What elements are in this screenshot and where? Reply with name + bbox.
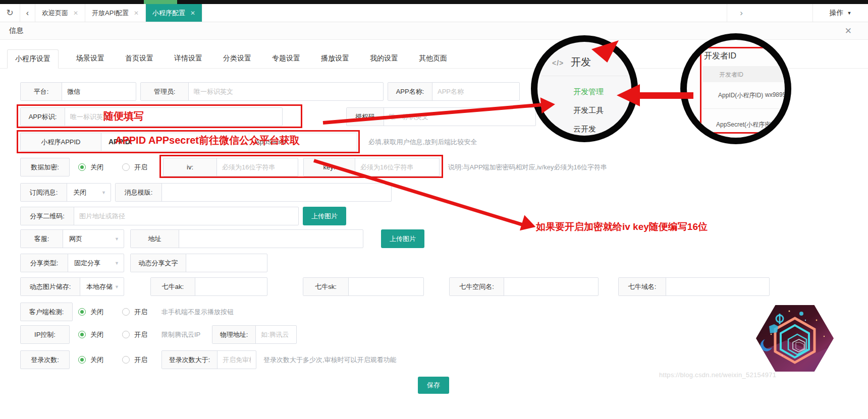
arrow-to-dev-manage bbox=[639, 92, 693, 99]
login-times-note: 登录次数大于多少次,审核时可以开启观看功能 bbox=[263, 350, 397, 369]
key-input[interactable] bbox=[355, 158, 439, 176]
iv-input[interactable] bbox=[217, 158, 298, 176]
service-field: 客服: 网页 ▼ bbox=[20, 229, 124, 248]
save-button[interactable]: 保存 bbox=[418, 377, 449, 394]
app-mark-field: APP标识: bbox=[20, 107, 283, 126]
ip-control-radio-group: 关闭 开启 bbox=[78, 325, 147, 344]
tab-category-settings[interactable]: 分类设置 bbox=[220, 49, 254, 68]
close-icon[interactable]: ✕ bbox=[190, 10, 195, 17]
radio-off-selected[interactable] bbox=[78, 308, 86, 316]
encrypt-note: 说明:与APP端加密密码相对应,iv/key必须为16位字符串 bbox=[448, 158, 607, 176]
ip-control-label: IP控制: bbox=[20, 325, 70, 344]
radio-off-selected[interactable] bbox=[78, 163, 86, 171]
qiniu-ak-input[interactable] bbox=[195, 278, 267, 295]
radio-on[interactable] bbox=[122, 163, 130, 171]
scroll-right-icon[interactable]: › bbox=[727, 4, 755, 22]
dynamic-share-field: 动态分享文字 bbox=[130, 254, 267, 272]
share-qr-input[interactable] bbox=[74, 207, 298, 225]
tab-detail-settings[interactable]: 详情设置 bbox=[171, 49, 205, 68]
service-value: 网页 bbox=[69, 234, 82, 244]
annotation-ivkey-tip: 如果要开启加密就给iv key随便编写16位 bbox=[536, 220, 708, 233]
app-mark-label: APP标识: bbox=[21, 108, 65, 126]
login-times-label: 登录次数: bbox=[20, 350, 70, 369]
tab-play-settings[interactable]: 播放设置 bbox=[318, 49, 352, 68]
panel-title: 信息 bbox=[9, 26, 23, 35]
radio-on[interactable] bbox=[122, 356, 130, 364]
qiniu-sk-input[interactable] bbox=[349, 278, 423, 295]
tab-my-settings[interactable]: 我的设置 bbox=[367, 49, 401, 68]
arrowhead-icon bbox=[540, 96, 556, 113]
watermark-url: https://blog.csdn.net/weixin_52154971 bbox=[659, 371, 776, 379]
tab-label: 欢迎页面 bbox=[42, 9, 68, 18]
menu-item-cloud-dev: 云开发 bbox=[573, 125, 596, 134]
close-icon[interactable]: ✕ bbox=[73, 10, 78, 17]
platform-field: 平台: bbox=[20, 82, 136, 101]
tab-miniprogram-config[interactable]: 小程序配置 ✕ bbox=[146, 4, 202, 22]
window-top-strip bbox=[0, 0, 868, 4]
app-mark-input[interactable] bbox=[65, 108, 282, 126]
login-gt-input[interactable] bbox=[218, 351, 256, 369]
admin-input[interactable] bbox=[189, 83, 383, 100]
service-select[interactable]: 网页 ▼ bbox=[63, 230, 124, 248]
arrowhead-icon bbox=[520, 215, 538, 235]
radio-off-selected[interactable] bbox=[78, 331, 86, 338]
tab-welcome[interactable]: 欢迎页面 ✕ bbox=[35, 4, 85, 22]
service-label: 客服: bbox=[21, 230, 63, 248]
tab-scene-settings[interactable]: 场景设置 bbox=[73, 49, 107, 68]
upload-image-button[interactable]: 上传图片 bbox=[303, 207, 346, 225]
subscribe-select[interactable]: 关闭 ▼ bbox=[67, 184, 111, 201]
login-gt-label: 登录次数大于: bbox=[162, 351, 218, 369]
code-icon: </> bbox=[552, 59, 564, 67]
physical-address-input[interactable] bbox=[256, 326, 296, 343]
iv-field: iv: bbox=[163, 158, 298, 176]
tab-home-settings[interactable]: 首页设置 bbox=[122, 49, 156, 68]
qiniu-space-input[interactable] bbox=[504, 278, 598, 295]
mini-appid-note: 必填,获取用户信息,放到后端比较安全 bbox=[368, 133, 477, 151]
annotation-appid-tip: APPID APPsecret前往微信公众平台获取 bbox=[115, 134, 300, 147]
radio-on[interactable] bbox=[122, 331, 130, 338]
close-icon[interactable]: ✕ bbox=[134, 10, 139, 17]
client-check-note: 非手机端不显示播放按钮 bbox=[161, 303, 234, 321]
radio-off-selected[interactable] bbox=[78, 356, 86, 364]
menu-item-dev-tools: 开发工具 bbox=[573, 106, 604, 115]
menu-item-dev-manage: 开发管理 bbox=[573, 87, 604, 97]
dynamic-share-input[interactable] bbox=[186, 254, 267, 272]
address-input[interactable] bbox=[179, 230, 363, 248]
share-qr-label: 分享二维码: bbox=[21, 207, 74, 225]
tab-miniprogram-settings[interactable]: 小程序设置 bbox=[7, 49, 59, 69]
tab-toolbar: ↻ ‹ 欢迎页面 ✕ 开放API配置 ✕ 小程序配置 ✕ › 操作 ▼ bbox=[0, 4, 868, 22]
login-gt-field: 登录次数大于: bbox=[161, 350, 256, 369]
toolbar-spacer bbox=[755, 4, 812, 22]
annotation-fill-random: 随便填写 bbox=[103, 109, 144, 123]
encrypt-label: 数据加密: bbox=[20, 158, 70, 176]
radio-off-label: 关闭 bbox=[90, 163, 103, 172]
qiniu-ak-field: 七牛ak: bbox=[150, 277, 267, 296]
iv-label: iv: bbox=[164, 158, 217, 176]
qiniu-domain-input[interactable] bbox=[666, 278, 769, 295]
qiniu-sk-label: 七牛sk: bbox=[303, 278, 349, 295]
share-type-select[interactable]: 固定分享 ▼ bbox=[68, 254, 124, 272]
refresh-icon[interactable]: ↻ bbox=[0, 4, 20, 22]
app-name-input[interactable] bbox=[432, 83, 519, 100]
arrowhead-icon bbox=[617, 84, 640, 106]
share-type-value: 固定分享 bbox=[74, 259, 100, 268]
action-dropdown[interactable]: 操作 ▼ bbox=[812, 4, 868, 22]
subscribe-field: 订阅消息: 关闭 ▼ bbox=[20, 183, 111, 202]
radio-on[interactable] bbox=[122, 308, 130, 316]
platform-label: 平台: bbox=[21, 83, 62, 100]
dynamic-share-label: 动态分享文字 bbox=[131, 254, 186, 272]
storage-select[interactable]: 本地存储 ▼ bbox=[80, 278, 124, 295]
radio-on-label: 开启 bbox=[134, 308, 147, 317]
tab-topic-settings[interactable]: 专题设置 bbox=[269, 49, 303, 68]
tab-other-pages[interactable]: 其他页面 bbox=[416, 49, 450, 68]
platform-input[interactable] bbox=[62, 83, 136, 100]
appsecret-row-label: AppSecret(小程序密钥) bbox=[716, 121, 779, 129]
msg-template-input[interactable] bbox=[162, 184, 391, 201]
upload-image-button[interactable]: 上传图片 bbox=[381, 229, 424, 248]
tab-label: 小程序配置 bbox=[152, 9, 185, 18]
scroll-left-icon[interactable]: ‹ bbox=[20, 4, 35, 22]
qiniu-domain-field: 七牛域名: bbox=[618, 277, 770, 296]
divider bbox=[702, 108, 791, 109]
tab-open-api[interactable]: 开放API配置 ✕ bbox=[85, 4, 146, 22]
close-icon[interactable]: ✕ bbox=[845, 26, 859, 36]
